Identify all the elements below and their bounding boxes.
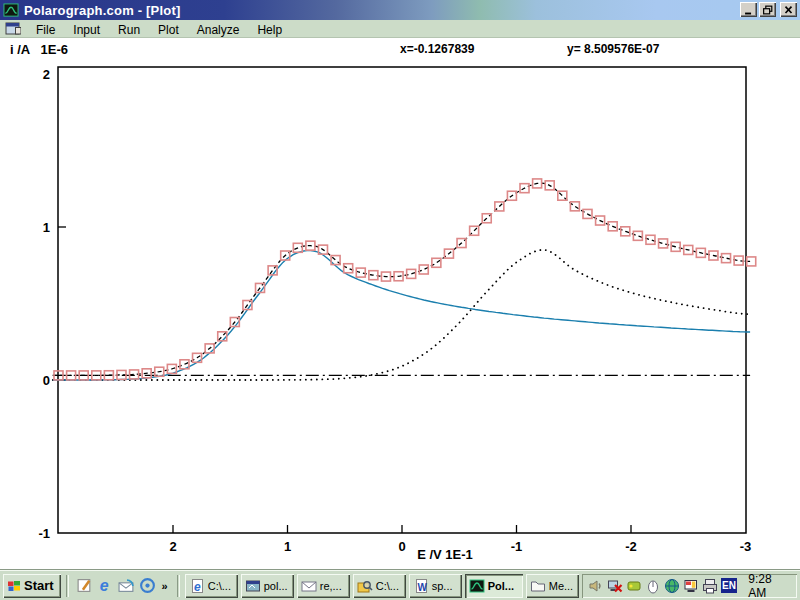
- word-doc-icon: W: [413, 578, 429, 594]
- data-point-marker: [570, 202, 579, 211]
- media-icon[interactable]: [139, 577, 156, 594]
- window-close-button[interactable]: [780, 2, 797, 17]
- mail-icon: [301, 578, 317, 594]
- menu-item-plot[interactable]: Plot: [149, 21, 188, 39]
- task-button-label: C:\...: [376, 580, 399, 592]
- task-button-c[interactable]: eC:\...: [185, 574, 238, 598]
- svg-text:e: e: [99, 577, 108, 594]
- show-desktop-icon[interactable]: [76, 577, 93, 594]
- start-label: Start: [24, 578, 54, 593]
- folder-icon: [530, 578, 546, 594]
- task-button-sp[interactable]: Wsp...: [409, 574, 462, 598]
- data-point-marker: [722, 254, 731, 263]
- data-point-marker: [432, 258, 441, 267]
- quick-launch-overflow-chevron[interactable]: »: [160, 580, 170, 592]
- x-tick-label: -1: [511, 539, 523, 554]
- data-point-marker: [419, 265, 428, 274]
- menu-items: FileInputRunPlotAnalyzeHelp: [27, 20, 291, 38]
- x-tick-label: 1: [284, 539, 291, 554]
- x-tick-label: 0: [398, 539, 405, 554]
- search-folder-icon: [357, 578, 373, 594]
- window-restore-button[interactable]: [759, 2, 776, 17]
- task-button-c[interactable]: C:\...: [353, 574, 406, 598]
- windows-logo-icon: [7, 579, 21, 593]
- outlook-express-icon[interactable]: [118, 577, 135, 594]
- x-tick-label: -3: [740, 539, 752, 554]
- task-button-label: Pol...: [488, 580, 514, 592]
- window-minimize-button[interactable]: [740, 2, 757, 17]
- system-tray: EN 9:28 AM: [582, 574, 797, 598]
- taskbar: Start e» eC:\...pol...re,...C:\...Wsp...…: [0, 570, 800, 600]
- task-button-label: re,...: [320, 580, 342, 592]
- task-button-label: Me...: [549, 580, 573, 592]
- y-tick-label: 0: [43, 373, 50, 388]
- menu-item-run[interactable]: Run: [109, 21, 149, 39]
- language-indicator[interactable]: EN: [721, 578, 738, 593]
- restore-icon: [761, 4, 774, 16]
- plot-client-area: i /A 1E-6 x=-0.1267839 y= 8.509576E-07 2…: [0, 38, 800, 570]
- component-1-curve: [53, 251, 750, 380]
- menu-item-analyze[interactable]: Analyze: [188, 21, 249, 39]
- start-button[interactable]: Start: [3, 574, 61, 598]
- close-icon: [782, 4, 795, 16]
- window-title: Polarograph.com - [Plot]: [24, 3, 180, 18]
- minimize-icon: [742, 4, 755, 16]
- data-point-marker: [633, 231, 642, 240]
- y-tick-label: 1: [43, 220, 50, 235]
- quick-launch-bar: e»: [74, 577, 172, 594]
- device-icon[interactable]: [626, 578, 642, 594]
- task-button-pol[interactable]: pol...: [241, 574, 294, 598]
- ie-page-icon: e: [189, 578, 205, 594]
- fit-total-curve: [53, 183, 750, 375]
- display-icon[interactable]: [683, 578, 699, 594]
- y-tick-label: -1: [38, 526, 50, 541]
- x-tick-label: -2: [625, 539, 637, 554]
- polarograph-icon: [469, 578, 485, 594]
- polarograph-app-icon: [3, 3, 19, 18]
- plot-canvas[interactable]: 210-1-2-3210-1E /V 1E-1: [0, 38, 800, 570]
- taskbar-separator: [177, 575, 180, 597]
- window-controls: [740, 2, 797, 17]
- task-button-pol[interactable]: Pol...: [465, 574, 523, 598]
- ie-icon[interactable]: e: [97, 577, 114, 594]
- menu-item-help[interactable]: Help: [248, 21, 291, 39]
- task-button-label: C:\...: [208, 580, 231, 592]
- menu-bar: FileInputRunPlotAnalyzeHelp: [0, 20, 800, 38]
- globe-icon[interactable]: [664, 578, 680, 594]
- data-point-marker: [646, 235, 655, 244]
- menu-item-file[interactable]: File: [27, 21, 64, 39]
- mouse-icon[interactable]: [645, 578, 661, 594]
- menu-item-input[interactable]: Input: [64, 21, 109, 39]
- x-axis-label: E /V 1E-1: [417, 547, 473, 562]
- tray-icons: [588, 578, 718, 594]
- task-button-me[interactable]: Me...: [526, 574, 579, 598]
- app-window-icon: [245, 578, 261, 594]
- data-point-marker: [344, 264, 353, 273]
- x-tick-label: 2: [169, 539, 176, 554]
- task-button-re[interactable]: re,...: [297, 574, 350, 598]
- window-titlebar: Polarograph.com - [Plot]: [0, 0, 800, 20]
- network-error-icon[interactable]: [607, 578, 623, 594]
- svg-text:e: e: [194, 580, 201, 594]
- task-button-label: pol...: [264, 580, 288, 592]
- taskbar-separator: [66, 575, 69, 597]
- mdi-child-icon[interactable]: [5, 22, 21, 36]
- data-point-marker: [356, 268, 365, 277]
- task-buttons: eC:\...pol...re,...C:\...Wsp...Pol...Me.…: [185, 574, 579, 598]
- desktop-screen: Polarograph.com - [Plot] FileInputRunPlo…: [0, 0, 800, 600]
- data-point-marker: [407, 269, 416, 278]
- printer-icon[interactable]: [702, 578, 718, 594]
- volume-icon[interactable]: [588, 578, 604, 594]
- task-button-label: sp...: [432, 580, 453, 592]
- data-point-marker: [659, 239, 668, 248]
- svg-text:W: W: [417, 581, 427, 592]
- component-2-curve: [53, 250, 750, 380]
- plot-frame: [58, 67, 746, 533]
- taskbar-clock: 9:28 AM: [748, 572, 789, 600]
- y-tick-label: 2: [43, 67, 50, 82]
